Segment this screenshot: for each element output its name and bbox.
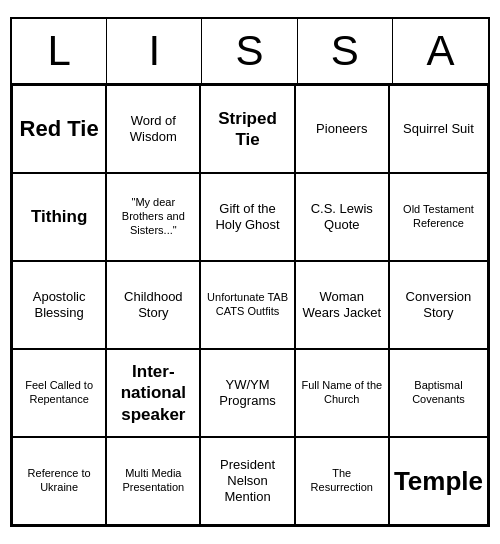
cell-0-4[interactable]: Squirrel Suit	[389, 85, 488, 173]
cell-0-3[interactable]: Pioneers	[295, 85, 389, 173]
cell-2-3[interactable]: Woman Wears Jacket	[295, 261, 389, 349]
cell-4-2[interactable]: President Nelson Mention	[200, 437, 294, 525]
cell-3-3[interactable]: Full Name of the Church	[295, 349, 389, 437]
cell-2-4[interactable]: Conversion Story	[389, 261, 488, 349]
cell-3-0[interactable]: Feel Called to Repentance	[12, 349, 106, 437]
bingo-grid: Red TieWord of WisdomStriped TiePioneers…	[12, 85, 488, 525]
cell-4-4[interactable]: Temple	[389, 437, 488, 525]
cell-2-1[interactable]: Childhood Story	[106, 261, 200, 349]
cell-2-2[interactable]: Unfortunate TAB CATS Outfits	[200, 261, 294, 349]
header-letter-s: S	[298, 19, 393, 83]
header-letter-s: S	[202, 19, 297, 83]
cell-4-1[interactable]: Multi Media Presentation	[106, 437, 200, 525]
cell-1-0[interactable]: Tithing	[12, 173, 106, 261]
header-letter-a: A	[393, 19, 488, 83]
cell-3-4[interactable]: Baptismal Covenants	[389, 349, 488, 437]
cell-0-2[interactable]: Striped Tie	[200, 85, 294, 173]
cell-0-0[interactable]: Red Tie	[12, 85, 106, 173]
bingo-card: LISSA Red TieWord of WisdomStriped TiePi…	[10, 17, 490, 527]
cell-0-1[interactable]: Word of Wisdom	[106, 85, 200, 173]
header-letter-i: I	[107, 19, 202, 83]
cell-4-3[interactable]: The Resurrection	[295, 437, 389, 525]
cell-4-0[interactable]: Reference to Ukraine	[12, 437, 106, 525]
cell-2-0[interactable]: Apostolic Blessing	[12, 261, 106, 349]
cell-1-1[interactable]: "My dear Brothers and Sisters..."	[106, 173, 200, 261]
cell-3-1[interactable]: Inter-national speaker	[106, 349, 200, 437]
cell-1-3[interactable]: C.S. Lewis Quote	[295, 173, 389, 261]
cell-3-2[interactable]: YW/YM Programs	[200, 349, 294, 437]
cell-1-2[interactable]: Gift of the Holy Ghost	[200, 173, 294, 261]
header-letter-l: L	[12, 19, 107, 83]
cell-1-4[interactable]: Old Testament Reference	[389, 173, 488, 261]
bingo-header: LISSA	[12, 19, 488, 85]
